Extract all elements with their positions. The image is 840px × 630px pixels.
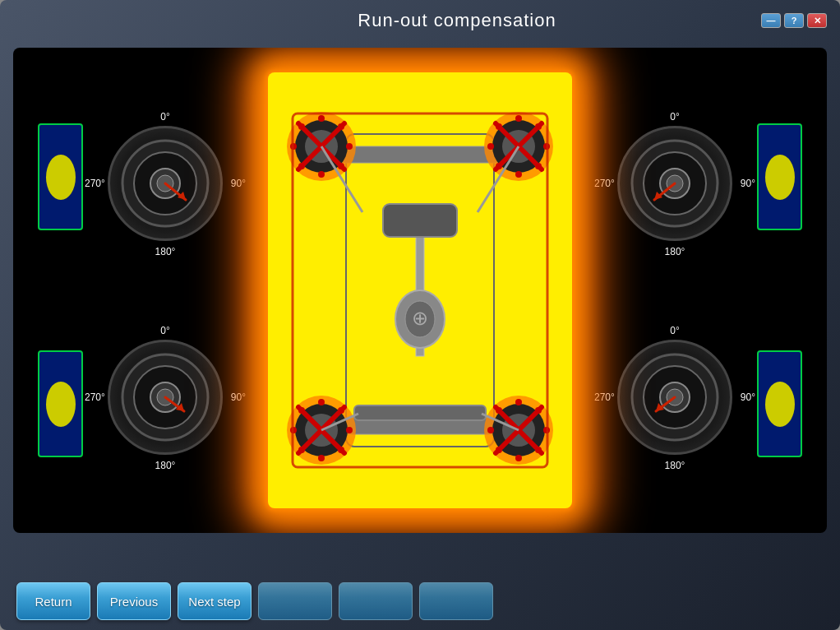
svg-point-41 [338,163,344,169]
svg-point-42 [318,171,325,178]
svg-rect-25 [330,146,510,163]
svg-point-56 [496,163,502,169]
gauge-bl-deg0: 0° [160,325,169,336]
gauge-br-deg180: 180° [665,460,685,471]
main-panel: 0° 270° 90° 180° [13,48,827,533]
page-title: Run-out compensation [153,10,761,31]
gauge-tl-deg270: 270° [85,178,105,189]
svg-point-66 [346,427,353,433]
svg-point-67 [338,447,344,453]
empty-button-1 [258,582,332,620]
svg-point-57 [487,143,494,150]
indicator-panel-top-left [38,123,83,230]
gauge-br-face [617,340,732,455]
gauge-br-deg0: 0° [670,325,679,336]
next-step-button[interactable]: Next step [178,582,252,620]
help-button[interactable]: ? [784,13,804,28]
svg-point-77 [515,399,522,405]
gauge-tl-face [108,126,223,241]
svg-point-65 [338,407,344,414]
gauge-tr-deg0: 0° [670,111,679,123]
indicator-oval-top-left [46,155,76,200]
empty-button-2 [339,582,413,620]
main-content: 0° 270° 90° 180° [0,41,840,572]
gauge-tl-deg180: 180° [155,246,176,257]
gauge-top-right: 0° 270° 90° 180° [617,126,732,241]
gauge-tl-deg90: 90° [231,178,246,189]
gauge-br-deg270: 270° [594,391,615,403]
return-button[interactable]: Return [16,582,90,620]
svg-point-45 [298,123,305,130]
gauge-top-left: 0° 270° 90° 180° [108,126,223,241]
gauge-bl-deg180: 180° [155,460,176,471]
svg-point-64 [318,399,325,405]
empty-button-3 [419,582,493,620]
indicator-panel-bottom-left [38,350,83,457]
svg-point-38 [318,115,325,122]
gauge-bl-face [108,340,223,455]
gauge-tr-deg180: 180° [665,246,685,257]
gauge-tr-face [617,126,732,241]
svg-point-55 [515,171,522,178]
svg-point-69 [298,447,305,453]
svg-point-78 [535,407,542,414]
svg-point-83 [487,427,494,433]
indicator-oval-bottom-right [765,382,795,427]
svg-point-43 [298,163,305,169]
gauge-br-deg90: 90° [741,391,755,403]
indicator-oval-bottom-left [46,382,76,427]
svg-point-52 [535,123,542,130]
svg-point-51 [515,115,522,122]
close-button[interactable]: ✕ [807,13,827,28]
svg-text:⊕: ⊕ [412,307,428,329]
title-bar: Run-out compensation — ? ✕ [0,0,840,41]
svg-rect-28 [383,204,457,237]
svg-rect-32 [354,405,486,420]
svg-point-82 [496,447,502,453]
svg-point-58 [496,123,502,130]
minimize-button[interactable]: — [761,13,781,28]
center-stage: ⊕ [268,72,572,508]
gauge-tr-deg90: 90° [741,178,755,189]
window-controls: — ? ✕ [761,13,827,28]
gauge-tr-deg270: 270° [594,178,615,189]
indicator-oval-top-right [765,155,795,200]
indicator-panel-bottom-right [757,350,802,457]
svg-point-84 [496,407,502,414]
gauge-bottom-right: 0° 270° 90° 180° [617,340,732,455]
svg-point-81 [515,455,522,461]
svg-point-80 [535,447,542,453]
indicator-panel-top-right [757,123,802,230]
svg-point-71 [298,407,305,414]
svg-point-39 [338,123,344,130]
toolbar: Return Previous Next step [0,572,840,630]
svg-point-40 [346,143,353,150]
gauge-tl-deg0: 0° [160,111,169,123]
car-chassis-svg: ⊕ [280,85,560,496]
gauge-bl-deg90: 90° [231,391,246,403]
previous-button[interactable]: Previous [97,582,171,620]
gauge-bl-deg270: 270° [85,391,105,403]
svg-point-54 [535,163,542,169]
gauge-bottom-left: 0° 270° 90° 180° [108,340,223,455]
app-window: Run-out compensation — ? ✕ 0° 270° 90° 1… [0,0,840,630]
svg-point-68 [318,455,325,461]
